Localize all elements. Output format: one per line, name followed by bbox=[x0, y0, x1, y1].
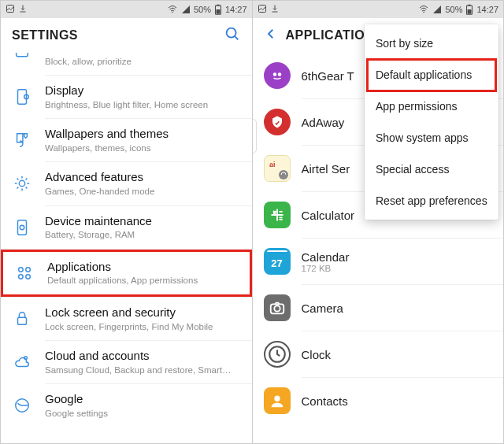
app-label: Contacts bbox=[302, 394, 493, 408]
app-row-contacts[interactable]: Contacts bbox=[253, 378, 504, 424]
row-label: Advanced features bbox=[45, 170, 241, 185]
applications-pane: 50% 14:27 APPLICATIONS 6thGear T AdAway … bbox=[253, 1, 504, 443]
wifi-icon bbox=[167, 5, 178, 14]
svg-point-31 bbox=[274, 396, 280, 401]
row-sub: Lock screen, Fingerprints, Find My Mobil… bbox=[45, 321, 241, 332]
app-label: Camera bbox=[302, 302, 493, 315]
page-title: SETTINGS bbox=[12, 28, 216, 43]
svg-point-11 bbox=[20, 225, 24, 230]
svg-rect-7 bbox=[18, 90, 27, 104]
row-label: Cloud and accounts bbox=[45, 349, 241, 364]
battery-text: 50% bbox=[194, 5, 211, 14]
apps-icon bbox=[13, 265, 36, 282]
settings-pane: 50% 14:27 SETTINGS Notifications Block, … bbox=[1, 1, 252, 443]
signal-icon bbox=[181, 5, 191, 14]
row-sub: Block, allow, prioritize bbox=[45, 56, 241, 67]
row-sub: Samsung Cloud, Backup and restore, Smart… bbox=[45, 364, 241, 376]
svg-rect-4 bbox=[217, 9, 220, 14]
svg-rect-16 bbox=[18, 317, 27, 324]
app-icon-contacts bbox=[264, 387, 291, 414]
menu-item[interactable]: Sort by size bbox=[365, 28, 498, 59]
app-label: Calendar bbox=[302, 250, 493, 264]
svg-point-12 bbox=[19, 267, 24, 272]
app-row-calendar[interactable]: 27 Calendar 172 KB bbox=[253, 239, 504, 284]
row-label: Notifications bbox=[45, 53, 241, 55]
menu-item[interactable]: Reset app preferences bbox=[365, 185, 498, 216]
svg-point-5 bbox=[226, 28, 235, 38]
svg-point-24 bbox=[272, 72, 276, 76]
svg-point-13 bbox=[26, 267, 31, 272]
settings-list[interactable]: Notifications Block, allow, prioritize D… bbox=[1, 53, 252, 443]
menu-item[interactable]: App permissions bbox=[365, 91, 498, 122]
settings-row-display[interactable]: Display Brightness, Blue light filter, H… bbox=[1, 76, 252, 118]
download-icon bbox=[18, 4, 28, 15]
clock-text: 14:27 bbox=[476, 5, 498, 14]
app-icon-clock bbox=[264, 341, 291, 368]
menu-item[interactable]: Show system apps bbox=[365, 122, 498, 154]
svg-rect-23 bbox=[468, 9, 472, 14]
app-label: Clock bbox=[302, 348, 493, 361]
scroll-handle[interactable] bbox=[253, 119, 257, 154]
row-label: Google bbox=[45, 392, 241, 407]
row-sub: Wallpapers, themes, icons bbox=[45, 142, 241, 154]
settings-row-advanced[interactable]: Advanced features Games, One-handed mode bbox=[1, 162, 252, 205]
image-icon bbox=[6, 4, 15, 15]
svg-rect-22 bbox=[469, 5, 471, 6]
svg-point-9 bbox=[19, 181, 24, 187]
svg-rect-3 bbox=[217, 5, 220, 6]
wallpaper-icon bbox=[10, 131, 34, 149]
clock-text: 14:27 bbox=[225, 5, 247, 14]
row-label: Wallpapers and themes bbox=[45, 127, 241, 142]
notifications-icon bbox=[10, 53, 34, 62]
svg-point-27 bbox=[279, 170, 288, 179]
row-sub: Default applications, App permissions bbox=[47, 275, 239, 286]
row-label: Applications bbox=[47, 260, 239, 275]
row-sub: Battery, Storage, RAM bbox=[45, 229, 241, 240]
app-icon-adaway bbox=[264, 109, 291, 135]
svg-point-1 bbox=[172, 12, 173, 13]
svg-rect-6 bbox=[17, 53, 28, 57]
lock-icon bbox=[10, 310, 34, 327]
settings-row-lock[interactable]: Lock screen and security Lock screen, Fi… bbox=[1, 298, 252, 340]
app-row-camera[interactable]: Camera bbox=[253, 285, 504, 331]
app-row-clock[interactable]: Clock bbox=[253, 331, 504, 377]
svg-point-17 bbox=[24, 357, 28, 360]
image-icon bbox=[258, 4, 267, 15]
menu-item[interactable]: Default applications bbox=[365, 59, 498, 91]
settings-row-maintenance[interactable]: Device maintenance Battery, Storage, RAM bbox=[1, 206, 252, 249]
menu-item[interactable]: Special access bbox=[365, 154, 498, 185]
settings-row-google[interactable]: Google Google settings bbox=[1, 384, 252, 427]
status-bar: 50% 14:27 bbox=[1, 1, 252, 18]
battery-icon bbox=[214, 4, 222, 15]
display-icon bbox=[10, 88, 34, 105]
status-bar: 50% 14:27 bbox=[253, 1, 504, 18]
settings-header: SETTINGS bbox=[1, 18, 252, 53]
app-icon-6thgear bbox=[264, 62, 291, 89]
settings-row-notifications[interactable]: Notifications Block, allow, prioritize bbox=[1, 53, 252, 75]
settings-row-apps[interactable]: Applications Default applications, App p… bbox=[1, 250, 252, 297]
svg-text:ai: ai bbox=[269, 161, 276, 168]
svg-rect-10 bbox=[18, 220, 27, 234]
app-sub: 172 KB bbox=[302, 264, 493, 273]
app-icon-airtel: ai bbox=[264, 155, 291, 182]
advanced-icon bbox=[10, 175, 34, 192]
back-icon[interactable] bbox=[264, 27, 278, 44]
svg-rect-0 bbox=[7, 6, 14, 13]
row-label: Lock screen and security bbox=[45, 305, 241, 320]
settings-row-wallpaper[interactable]: Wallpapers and themes Wallpapers, themes… bbox=[1, 119, 252, 161]
row-sub: Google settings bbox=[45, 408, 241, 419]
svg-point-14 bbox=[19, 275, 24, 279]
svg-point-25 bbox=[277, 72, 281, 76]
app-icon-camera bbox=[264, 294, 291, 321]
battery-icon bbox=[465, 4, 473, 15]
wifi-icon bbox=[418, 5, 429, 14]
svg-point-15 bbox=[26, 275, 31, 279]
search-icon[interactable] bbox=[224, 25, 241, 46]
svg-rect-19 bbox=[258, 6, 265, 13]
svg-point-29 bbox=[274, 305, 280, 311]
signal-icon bbox=[432, 5, 442, 14]
overflow-menu: Sort by sizeDefault applicationsApp perm… bbox=[365, 24, 498, 220]
settings-row-cloud[interactable]: Cloud and accounts Samsung Cloud, Backup… bbox=[1, 341, 252, 383]
app-icon-calculator bbox=[264, 202, 291, 228]
app-icon-calendar: 27 bbox=[264, 248, 291, 275]
